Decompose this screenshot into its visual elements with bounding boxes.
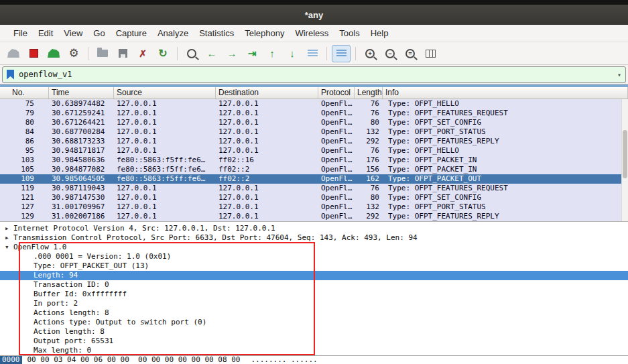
packet-row[interactable]: 8630.688173233127.0.0.1127.0.0.1OpenFl…2…	[0, 137, 628, 146]
bookmark-icon[interactable]	[7, 70, 14, 80]
collapsed-arrow-icon[interactable]: ▸	[5, 233, 13, 243]
stop-capture-button[interactable]	[24, 45, 43, 62]
info-cell: Type: OFPT_PORT_STATUS	[383, 202, 628, 212]
hex-bytes[interactable]: 00 00 03 04 00 06 00 00 00 00 00 00 00 0…	[27, 356, 241, 364]
destination-cell: 127.0.0.1	[216, 127, 318, 137]
display-filter-input[interactable]: openflow_v1 ▾	[2, 66, 626, 83]
hex-dump-pane[interactable]: 0000 00 00 03 04 00 06 00 00 00 00 00 00…	[0, 355, 628, 364]
restart-capture-button[interactable]	[44, 45, 63, 62]
auto-scroll-button[interactable]	[303, 45, 322, 62]
menu-telephony[interactable]: Telephony	[239, 26, 290, 40]
menu-view[interactable]: View	[58, 26, 88, 40]
column-header-length[interactable]: Length	[355, 87, 383, 99]
detail-row-openflow[interactable]: ▾OpenFlow 1.0	[0, 243, 628, 252]
menu-edit[interactable]: Edit	[33, 26, 58, 40]
openflow-field-transaction-id[interactable]: Transaction ID: 0	[0, 280, 628, 290]
packet-row[interactable]: 12931.002007186127.0.0.1127.0.0.1OpenFl……	[0, 212, 628, 221]
detail-row-ipv4[interactable]: ▸Internet Protocol Version 4, Src: 127.0…	[0, 224, 628, 233]
field-text: Actions length: 8	[34, 308, 109, 317]
protocol-cell: OpenFl…	[318, 174, 355, 184]
hex-ascii[interactable]: ........ ......	[251, 356, 317, 364]
window-title: *any	[305, 10, 323, 20]
packet-row[interactable]: 10330.984580636fe80::5863:f5ff:fe6…ff02:…	[0, 156, 628, 165]
field-text: Type: OFPT_PACKET_OUT (13)	[34, 261, 149, 270]
openflow-field-version[interactable]: .000 0001 = Version: 1.0 (0x01)	[0, 252, 628, 261]
openflow-field-in-port[interactable]: In port: 2	[0, 299, 628, 308]
packet-row[interactable]: 11930.987119043127.0.0.1127.0.0.1OpenFl……	[0, 184, 628, 193]
go-to-packet-button[interactable]: ⇥	[243, 45, 261, 62]
capture-options-button[interactable]: ⚙	[64, 45, 83, 62]
openflow-field-type[interactable]: Type: OFPT_PACKET_OUT (13)	[0, 261, 628, 271]
chevron-down-icon[interactable]: ▾	[617, 71, 621, 78]
zoom-out-button[interactable]: −	[381, 45, 399, 62]
packet-row[interactable]: 7930.671259241127.0.0.1127.0.0.1OpenFl…7…	[0, 109, 628, 118]
column-header-protocol[interactable]: Protocol	[318, 87, 355, 99]
go-to-first-button[interactable]: ↑	[263, 45, 281, 62]
column-header-info[interactable]: Info	[383, 87, 628, 99]
openflow-field-actions-type[interactable]: Actions type: Output to switch port (0)	[0, 318, 628, 327]
packet-row[interactable]: 12130.987147530127.0.0.1127.0.0.1OpenFl……	[0, 193, 628, 202]
wireshark-window: *any File Edit View Go Capture Analyze S…	[0, 0, 628, 364]
time-cell: 30.688173233	[49, 137, 114, 146]
packet-row[interactable]: 10530.984877082fe80::5863:f5ff:fe6…ff02:…	[0, 165, 628, 174]
menu-wireless[interactable]: Wireless	[290, 26, 334, 40]
openflow-field-buffer-id[interactable]: Buffer Id: 0xffffffff	[0, 290, 628, 299]
info-cell: Type: OFPT_FEATURES_REQUEST	[383, 184, 628, 193]
expanded-arrow-icon[interactable]: ▾	[5, 243, 13, 252]
column-header-destination[interactable]: Destination	[216, 87, 318, 99]
openflow-field-action-length[interactable]: Action length: 8	[0, 327, 628, 337]
menu-statistics[interactable]: Statistics	[194, 26, 239, 40]
menu-help[interactable]: Help	[365, 26, 394, 40]
openflow-field-length-selected[interactable]: Length: 94	[0, 271, 628, 280]
field-text: Transaction ID: 0	[34, 280, 109, 289]
column-header-no[interactable]: No.	[0, 87, 49, 99]
arrow-left-icon: ←	[207, 48, 217, 58]
time-cell: 30.987147530	[49, 193, 114, 202]
shark-fin-restart-icon	[48, 49, 60, 58]
menu-file[interactable]: File	[8, 26, 33, 40]
open-file-button[interactable]	[93, 45, 112, 62]
zoom-in-icon: +	[365, 49, 375, 58]
packet-row-selected[interactable]: 10930.985064505fe80::5863:f5ff:fe6…ff02:…	[0, 174, 628, 184]
menu-capture[interactable]: Capture	[111, 26, 152, 40]
packet-row[interactable]: 12731.001709967127.0.0.1127.0.0.1OpenFl……	[0, 202, 628, 212]
start-capture-button[interactable]	[4, 45, 23, 62]
packet-row[interactable]: 9530.948171817127.0.0.1127.0.0.1OpenFl…7…	[0, 146, 628, 156]
packet-list-scrollbar[interactable]	[621, 99, 628, 221]
packet-row[interactable]: 8030.671264421127.0.0.1127.0.0.1OpenFl…8…	[0, 118, 628, 127]
openflow-field-output-port[interactable]: Output port: 65531	[0, 337, 628, 346]
zoom-in-button[interactable]: +	[361, 45, 379, 62]
resize-columns-button[interactable]	[421, 45, 440, 62]
openflow-field-max-length[interactable]: Max length: 0	[0, 346, 628, 355]
length-cell: 76	[355, 184, 383, 193]
close-icon: ✗	[139, 49, 147, 58]
collapsed-arrow-icon[interactable]: ▸	[5, 224, 13, 233]
go-forward-button[interactable]: →	[223, 45, 241, 62]
zoom-reset-button[interactable]: =	[401, 45, 420, 62]
no-cell: 129	[0, 212, 49, 221]
go-back-button[interactable]: ←	[202, 45, 221, 62]
column-header-time[interactable]: Time	[49, 87, 114, 99]
no-cell: 79	[0, 109, 49, 118]
detail-row-tcp[interactable]: ▸Transmission Control Protocol, Src Port…	[0, 233, 628, 243]
protocol-cell: OpenFl…	[318, 109, 355, 118]
info-cell: Type: OFPT_FEATURES_REQUEST	[383, 109, 628, 118]
titlebar[interactable]: *any	[0, 0, 628, 25]
find-packet-button[interactable]	[182, 45, 201, 62]
reload-button[interactable]: ↻	[153, 45, 172, 62]
colorize-packets-button[interactable]	[332, 45, 351, 62]
openflow-field-actions-length[interactable]: Actions length: 8	[0, 308, 628, 318]
go-to-last-button[interactable]: ↓	[283, 45, 302, 62]
protocol-cell: OpenFl…	[318, 118, 355, 127]
menu-analyze[interactable]: Analyze	[152, 26, 194, 40]
scrollbar-thumb[interactable]	[623, 130, 627, 178]
packet-row[interactable]: 8430.687700284127.0.0.1127.0.0.1OpenFl…1…	[0, 127, 628, 137]
packet-row[interactable]: 7530.638974482127.0.0.1127.0.0.1OpenFl…7…	[0, 99, 628, 109]
shark-fin-start-icon	[7, 49, 19, 58]
save-file-button[interactable]	[113, 45, 132, 62]
menu-go[interactable]: Go	[88, 26, 110, 40]
column-header-source[interactable]: Source	[114, 87, 216, 99]
length-cell: 176	[355, 156, 383, 165]
close-file-button[interactable]: ✗	[133, 45, 152, 62]
menu-tools[interactable]: Tools	[334, 26, 365, 40]
